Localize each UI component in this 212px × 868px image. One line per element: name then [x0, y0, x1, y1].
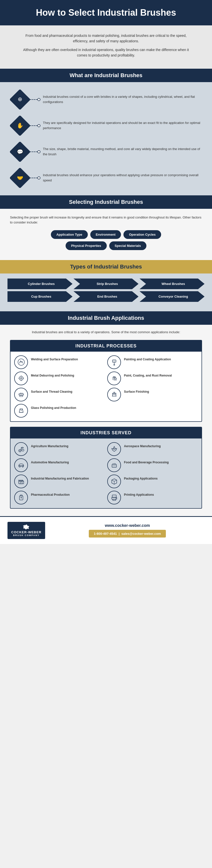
process-item-deburring: Metal Deburring and Polishing — [14, 372, 105, 385]
what-text-1: Industrial brushes consist of a core wit… — [43, 94, 202, 105]
pills-row-2: Physical Properties Special Materials — [10, 241, 202, 250]
industries-grid: Agriculture Manufacturing Aerospace Manu… — [10, 438, 202, 508]
industry-label-automotive: Automotive Manufacturing — [31, 458, 69, 465]
applications-section-content: Industrial brushes are critical to a var… — [0, 325, 212, 516]
what-text-2: They are specifically designed for indus… — [43, 120, 202, 131]
footer-email: sales@cocker-weber.com — [122, 532, 161, 535]
industry-item-agriculture: Agriculture Manufacturing — [14, 442, 105, 456]
svg-text:🤝: 🤝 — [17, 175, 23, 181]
industry-label-printing: Printing Applications — [124, 491, 154, 497]
industrial-processes-box: INDUSTRIAL PROCESSES Welding and Surface… — [10, 340, 202, 422]
process-icon-paint-removal — [107, 372, 121, 385]
selecting-section-content: Selecting the proper brush will increase… — [0, 209, 212, 260]
footer-logo: COCKER-WEBER BRUSH COMPANY — [7, 522, 45, 539]
footer-phone: 1-800-497-4541 — [94, 532, 117, 535]
process-item-surface-thread: Surface and Thread Cleaning — [14, 388, 105, 401]
svg-rect-24 — [20, 482, 22, 484]
svg-point-17 — [20, 450, 21, 451]
industry-item-automotive: Automotive Manufacturing — [14, 458, 105, 472]
industry-item-packaging: Packaging Applications — [107, 474, 198, 488]
pill-operation-cycles: Operation Cycles — [124, 230, 161, 239]
industry-icon-packaging — [107, 474, 121, 488]
svg-point-13 — [21, 377, 22, 379]
svg-rect-29 — [113, 499, 116, 500]
pill-application-type: Application Type — [51, 230, 88, 239]
process-label-paint-removal: Paint, Coating, and Rust Removal — [124, 372, 172, 378]
industry-icon-automotive — [14, 458, 28, 472]
what-item-3: 💬 The size, shape, bristle material, mou… — [10, 142, 202, 162]
process-item-paint-removal: Paint, Coating, and Rust Removal — [107, 372, 198, 385]
process-icon-glass — [14, 404, 28, 417]
industry-icon-pharma — [14, 491, 28, 504]
type-cylinder-brushes: Cylinder Brushes — [7, 278, 73, 289]
intro-section: From food and pharmaceutical products to… — [0, 25, 212, 69]
process-icon-deburring — [14, 372, 28, 385]
industry-item-industrial-mfg: Industrial Manufacturing and Fabrication — [14, 474, 105, 488]
industry-label-industrial-mfg: Industrial Manufacturing and Fabrication — [31, 474, 89, 481]
industry-item-printing: Printing Applications — [107, 491, 198, 504]
type-cup-brushes: Cup Brushes — [7, 291, 73, 302]
svg-point-10 — [114, 364, 115, 365]
page-footer: COCKER-WEBER BRUSH COMPANY www.cocker-we… — [0, 516, 212, 544]
process-item-glass: Glass Polishing and Production — [14, 404, 105, 417]
industry-label-packaging: Packaging Applications — [124, 474, 158, 481]
types-section-content: Cylinder Brushes Strip Brushes Wheel Bru… — [0, 274, 212, 311]
type-wheel-brushes: Wheel Brushes — [139, 278, 205, 289]
what-text-4: Industrial brushes should enhance your o… — [43, 173, 202, 183]
processes-grid: Welding and Surface Preparation Painting… — [10, 352, 202, 421]
industry-icon-agriculture — [14, 442, 28, 456]
process-item-1: Welding and Surface Preparation — [14, 355, 105, 369]
types-section-header: Types of Industrial Brushes — [0, 260, 212, 274]
what-item-1: ⊕ Industrial brushes consist of a core w… — [10, 90, 202, 110]
diamond-icon-1: ⊕ — [10, 90, 30, 110]
applications-section-header: Industrial Brush Applications — [0, 311, 212, 325]
process-icon-surface-finishing — [107, 388, 121, 401]
diamond-icon-3: 💬 — [10, 142, 30, 162]
selecting-section-header: Selecting Industrial Brushes — [0, 195, 212, 209]
industrial-processes-heading: INDUSTRIAL PROCESSES — [10, 340, 202, 352]
svg-text:⊕: ⊕ — [18, 96, 22, 102]
svg-point-30 — [115, 498, 116, 499]
what-text-3: The size, shape, bristle material, mount… — [43, 147, 202, 157]
process-label-welding: Welding and Surface Preparation — [31, 355, 78, 362]
process-icon-painting — [107, 355, 121, 369]
what-section-header: What are Industrial Brushes — [0, 69, 212, 82]
arrow-row-1: Cylinder Brushes Strip Brushes Wheel Bru… — [7, 278, 205, 289]
industry-label-agriculture: Agriculture Manufacturing — [31, 442, 68, 448]
type-conveyor-cleaning: Conveyor Cleaning — [139, 291, 205, 302]
industry-item-pharma: Pharmaceutical Production — [14, 491, 105, 504]
industry-icon-food — [107, 458, 121, 472]
pills-row-1: Application Type Environment Operation C… — [10, 230, 202, 239]
intro-line1: From food and pharmaceutical products to… — [20, 33, 192, 44]
industry-icon-industrial-mfg — [14, 474, 28, 488]
svg-text:✋: ✋ — [17, 122, 24, 129]
process-label-glass: Glass Polishing and Production — [31, 404, 76, 410]
industries-served-heading: INDUSTRIES SERVED — [10, 427, 202, 438]
svg-point-16 — [19, 450, 21, 452]
type-end-brushes: End Brushes — [74, 291, 139, 302]
footer-contact: 1-800-497-4541 | sales@cocker-weber.com — [89, 530, 166, 537]
industry-item-food: Food and Beverage Processing — [107, 458, 198, 472]
arrow-row-2: Cup Brushes End Brushes Conveyor Cleanin… — [7, 291, 205, 302]
process-item-painting: Painting and Coating Application — [107, 355, 198, 369]
footer-logo-company-type: BRUSH COMPANY — [11, 534, 42, 536]
process-label-surface-finishing: Surface Finishing — [124, 388, 149, 394]
selecting-description: Selecting the proper brush will increase… — [10, 215, 202, 225]
type-strip-brushes: Strip Brushes — [74, 278, 139, 289]
pill-physical-properties: Physical Properties — [65, 241, 107, 250]
svg-point-12 — [19, 376, 23, 380]
industry-label-food: Food and Beverage Processing — [124, 458, 168, 465]
process-label-deburring: Metal Deburring and Polishing — [31, 372, 74, 378]
what-item-4: 🤝 Industrial brushes should enhance your… — [10, 168, 202, 188]
intro-line2: Although they are often overlooked in in… — [20, 47, 192, 58]
pill-special-materials: Special Materials — [109, 241, 147, 250]
applications-description: Industrial brushes are critical to a var… — [10, 330, 202, 335]
svg-point-15 — [114, 392, 115, 393]
diamond-icon-2: ✋ — [10, 116, 30, 135]
page-header: How to Select Industrial Brushes — [0, 0, 212, 25]
what-item-2: ✋ They are specifically designed for ind… — [10, 116, 202, 135]
industry-label-aerospace: Aerospace Manufacturing — [124, 442, 161, 448]
process-item-surface-finishing: Surface Finishing — [107, 388, 198, 401]
svg-rect-23 — [19, 481, 24, 484]
page-title: How to Select Industrial Brushes — [10, 7, 202, 18]
